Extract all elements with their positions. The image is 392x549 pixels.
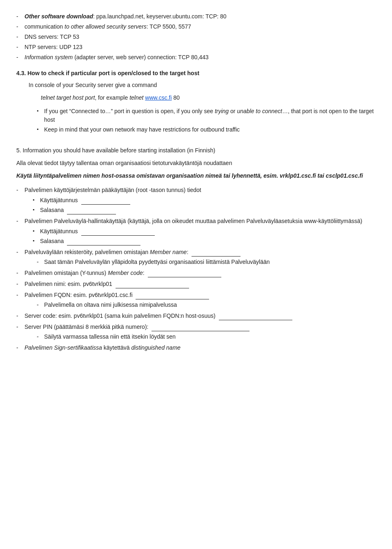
item-text: Palvelimen nimi: esim. pv6tvrklp01: [24, 281, 189, 287]
list-item: Salasana: [33, 237, 376, 245]
item-text: Saat tämän Palveluväylän ylläpidolta pyy…: [44, 259, 270, 265]
item-text: Information system (adapter server, web …: [24, 54, 209, 60]
list-item: Palvelimen FQDN: esim. pv6tvrklp01.csc.f…: [16, 291, 376, 309]
blank-field: [192, 256, 241, 257]
section-43-sub-bullets: If you get “Connected to…” port in quest…: [29, 107, 376, 134]
section-5-main-bullets: Palvelimen käyttöjärjestelmän pääkäyttäj…: [16, 186, 376, 352]
item-text: If you get “Connected to…” port in quest…: [44, 108, 374, 123]
section-5-bold-para: Käytä liityntäpalvelimen nimen host-osas…: [16, 172, 376, 180]
blank-field: [148, 277, 221, 277]
sub-list: Palvelimella on oltava nimi julkisessa n…: [29, 301, 376, 309]
blank-field: [136, 299, 209, 299]
list-item: Server code: esim. pv6tvrklp01 (sama kui…: [16, 312, 376, 320]
item-text: communication to other allowed security …: [24, 23, 191, 30]
sub-list: Saat tämän Palveluväylän ylläpidolta pyy…: [29, 258, 376, 266]
item-text: : ppa.launchpad.net, keyserver.ubuntu.co…: [93, 13, 227, 20]
sub-list: Käyttäjätunnus Salasana: [24, 196, 376, 214]
item-text: Keep in mind that your own network may h…: [44, 126, 240, 133]
item-text: Palvelimen Sign-sertifikaatissa käytettä…: [24, 344, 180, 351]
list-item: Salasana: [33, 206, 376, 214]
list-item: Information system (adapter server, web …: [16, 53, 376, 62]
blank-field: [81, 235, 155, 236]
list-item: Palvelimen omistajan (Y-tunnus) Member c…: [16, 269, 376, 277]
intro-bullet-list: Other software download: ppa.launchpad.n…: [16, 12, 376, 62]
list-item: Palvelimen Sign-sertifikaatissa käytettä…: [16, 344, 376, 352]
list-item: Palvelimella on oltava nimi julkisessa n…: [37, 301, 376, 309]
csc-link[interactable]: www.csc.fi: [145, 94, 172, 101]
list-item: Säilytä varmassa tallessa niin että itse…: [37, 333, 376, 341]
list-item: communication to other allowed security …: [16, 22, 376, 31]
list-item: NTP servers: UDP 123: [16, 43, 376, 51]
sub-list: Käyttäjätunnus Salasana: [24, 227, 376, 245]
list-item: Käyttäjätunnus: [33, 227, 376, 236]
item-label: Käyttäjätunnus: [40, 228, 155, 234]
item-text: Palvelimen omistajan (Y-tunnus) Member c…: [24, 270, 221, 276]
item-text: Palvelimen käyttöjärjestelmän pääkäyttäj…: [24, 187, 201, 193]
item-text: Server code: esim. pv6tvrklp01 (sama kui…: [24, 312, 292, 319]
item-label: Käyttäjätunnus: [40, 197, 130, 203]
list-item: Palvelimen käyttöjärjestelmän pääkäyttäj…: [16, 186, 376, 214]
blank-field: [67, 245, 140, 245]
list-item: Palvelimen Palveluväylä-hallintakäyttäjä…: [16, 217, 376, 245]
intro-section: Other software download: ppa.launchpad.n…: [16, 12, 376, 62]
list-item: Saat tämän Palveluväylän ylläpidolta pyy…: [37, 258, 376, 266]
blank-field: [81, 204, 130, 205]
list-item: Server PIN (päättämäsi 8 merkkiä pitkä n…: [16, 323, 376, 341]
list-item: Other software download: ppa.launchpad.n…: [16, 12, 376, 21]
list-item: Käyttäjätunnus: [33, 196, 376, 205]
section-5-title: Information you should have available be…: [23, 147, 216, 154]
item-label: Salasana: [40, 238, 140, 244]
item-text: DNS servers: TCP 53: [24, 33, 79, 40]
item-label: Salasana: [40, 207, 116, 213]
blank-field: [151, 331, 249, 331]
list-item: If you get “Connected to…” port in quest…: [37, 107, 376, 124]
section-43-heading: 4.3. How to check if particular port is …: [16, 69, 376, 78]
item-text: NTP servers: UDP 123: [24, 44, 82, 50]
italic-label: Other software download: [24, 13, 93, 20]
section-5-heading: 5. Information you should have available…: [16, 146, 376, 155]
item-text: Palvelimella on oltava nimi julkisessa n…: [44, 301, 177, 308]
item-text: Säilytä varmassa tallessa niin että itse…: [44, 333, 176, 340]
list-item: DNS servers: TCP 53: [16, 33, 376, 41]
list-item: Keep in mind that your own network may h…: [37, 125, 376, 134]
section-5: 5. Information you should have available…: [16, 146, 376, 352]
section-43-para2: telnet target host port, for example tel…: [16, 94, 376, 102]
section-43-para1: In console of your Security server give …: [16, 81, 376, 89]
list-item: Palvelimen nimi: esim. pv6tvrklp01: [16, 280, 376, 288]
blank-field: [116, 288, 189, 288]
item-text: Server PIN (päättämäsi 8 merkkiä pitkä n…: [24, 324, 249, 330]
item-text: Palveluväylään rekisteröity, palvelimen …: [24, 249, 241, 255]
section-5-para1: Alla olevat tiedot täytyy tallentaa oman…: [16, 159, 376, 167]
item-text: Palvelimen FQDN: esim. pv6tvrklp01.csc.f…: [24, 292, 209, 298]
list-item: Palveluväylään rekisteröity, palvelimen …: [16, 248, 376, 266]
sub-list: Säilytä varmassa tallessa niin että itse…: [29, 333, 376, 341]
section-4-3: 4.3. How to check if particular port is …: [16, 69, 376, 134]
blank-field: [67, 214, 116, 214]
section-5-number: 5.: [16, 147, 21, 154]
item-text: Palvelimen Palveluväylä-hallintakäyttäjä…: [24, 218, 362, 224]
blank-field: [219, 320, 292, 320]
